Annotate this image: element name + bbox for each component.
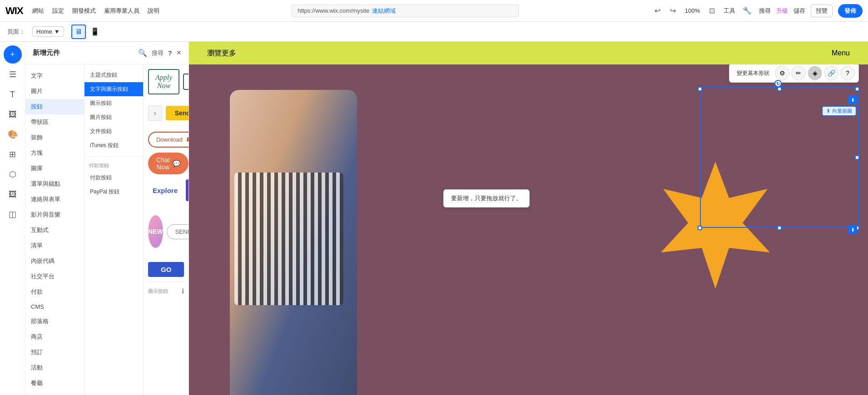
- mobile-view-button[interactable]: 📱: [88, 25, 102, 39]
- nav-settings[interactable]: 設定: [52, 7, 64, 15]
- category-video-music[interactable]: 影片與音樂: [25, 207, 84, 222]
- subcategory-payment[interactable]: 付款按鈕: [84, 171, 143, 185]
- undo-button[interactable]: ↩: [651, 5, 664, 17]
- category-payment[interactable]: 付款: [25, 284, 84, 300]
- subcategory-image[interactable]: 圖片按鈕: [84, 110, 143, 124]
- sidebar-layers-icon[interactable]: ◫: [4, 205, 22, 223]
- tools-button[interactable]: 工具: [724, 7, 735, 15]
- explore-button[interactable]: Explore: [148, 183, 182, 198]
- desktop-view-button[interactable]: 🖥: [71, 25, 86, 39]
- category-gallery[interactable]: 圖庫: [25, 161, 84, 176]
- apply-now-button[interactable]: Apply Now: [148, 69, 179, 94]
- subcategory-paypal[interactable]: PayPal 按鈕: [84, 185, 143, 199]
- resize-handle-bl[interactable]: [698, 226, 702, 230]
- say-hello-button[interactable]: Say Hello: [186, 179, 188, 201]
- publish-button[interactable]: 發佈: [838, 4, 863, 18]
- download-button[interactable]: Download ⬇: [148, 132, 188, 148]
- search-button[interactable]: 搜尋: [759, 7, 771, 15]
- browse-more-text: 瀏覽更多: [207, 49, 236, 58]
- download-arrow-icon: ⬇: [185, 136, 188, 143]
- add-panel-search-icon[interactable]: 🔍: [138, 49, 147, 57]
- toolbar-edit-button[interactable]: ✏: [791, 66, 806, 80]
- category-social[interactable]: 社交平台: [25, 269, 84, 284]
- resize-handle-tl[interactable]: [855, 87, 859, 91]
- category-events[interactable]: 活動: [25, 360, 84, 375]
- category-store[interactable]: 商店: [25, 329, 84, 345]
- toolbar-settings-button[interactable]: ⚙: [775, 66, 789, 80]
- url-link[interactable]: 連結網域: [372, 7, 396, 15]
- toolbar-link-button[interactable]: 🔗: [824, 66, 838, 80]
- add-panel-search-label[interactable]: 搜尋: [152, 49, 164, 57]
- nav-website[interactable]: 網站: [32, 7, 44, 15]
- resize-handle-tm[interactable]: [777, 87, 782, 91]
- chevron-down-icon: ▼: [54, 28, 60, 35]
- category-blog[interactable]: 部落格: [25, 314, 84, 329]
- chat-now-button[interactable]: Chat Now 💬: [148, 153, 188, 174]
- zoom-icon: ⊡: [705, 5, 718, 17]
- category-embed[interactable]: 內嵌代碼: [25, 253, 84, 269]
- save-button[interactable]: 儲存: [794, 7, 805, 15]
- subcategory-document[interactable]: 文件按鈕: [84, 124, 143, 138]
- category-box[interactable]: 方塊: [25, 145, 84, 161]
- send-yellow-button[interactable]: Send: [166, 106, 188, 120]
- subcategory-text-icon[interactable]: 文字與圖示按鈕: [84, 82, 143, 96]
- category-cms[interactable]: CMS: [25, 300, 84, 314]
- sidebar-grid-icon[interactable]: ⊞: [4, 145, 22, 163]
- subcategory-theme[interactable]: 主題式按鈕: [84, 68, 143, 82]
- drag-drop-tooltip: 要新增，只要拖放就行了。: [443, 189, 530, 207]
- info-icon[interactable]: ℹ: [182, 287, 184, 295]
- sidebar-apps-icon[interactable]: ⬡: [4, 165, 22, 183]
- subcategory-itunes[interactable]: iTunes 按鈕: [84, 138, 143, 153]
- category-interactive[interactable]: 互動式: [25, 222, 84, 238]
- category-decoration[interactable]: 裝飾: [25, 130, 84, 145]
- resize-handle-mr[interactable]: [855, 155, 859, 160]
- category-list[interactable]: 清單: [25, 238, 84, 253]
- tooltip-text: 要新增，只要拖放就行了。: [451, 195, 522, 202]
- canvas-top-bar: 瀏覽更多 Menu: [189, 42, 868, 64]
- nav-dev-mode[interactable]: 開發模式: [72, 7, 96, 15]
- sidebar-media-icon[interactable]: 🖼: [4, 185, 22, 203]
- upload-icon: ⬆: [826, 108, 830, 114]
- main-layout: + ☰ T 🖼 🎨 ⊞ ⬡ 🖼 ◫ 新增元件 🔍 搜尋 ? × 文字 圖片 按鈕: [0, 42, 868, 395]
- nav-hire[interactable]: 雇用專業人員: [104, 7, 139, 15]
- resize-handle-bm[interactable]: [777, 226, 782, 230]
- preview-button[interactable]: 預覽: [811, 5, 833, 17]
- arrow-button[interactable]: ›: [148, 105, 162, 121]
- svg-marker-0: [661, 162, 770, 289]
- featured-button[interactable]: Featured: [183, 74, 188, 90]
- top-bar-right: ↩ ↪ 100% ⊡ 工具 🔧 搜尋 升級 儲存 預覽 發佈: [651, 4, 863, 18]
- button-gallery: Apply Now Featured › Send BACK TO TOP Do…: [144, 64, 188, 395]
- canvas-area: 瀏覽更多 Menu 區段：Welcome: [189, 42, 868, 395]
- toolbar-animation-button[interactable]: ◈: [808, 66, 822, 80]
- add-panel-help-button[interactable]: ?: [168, 49, 172, 57]
- category-menu-anchor[interactable]: 選單與錨點: [25, 176, 84, 192]
- download-corner-icon[interactable]: ⬇: [848, 95, 857, 104]
- star-shape-svg[interactable]: [638, 153, 793, 307]
- sidebar-pages-icon[interactable]: ☰: [4, 65, 22, 84]
- subcategory-icon-only[interactable]: 圖示按鈕: [84, 96, 143, 110]
- rotate-handle[interactable]: ↻: [774, 80, 782, 87]
- add-panel-close-button[interactable]: ×: [176, 48, 181, 58]
- sidebar-text-icon[interactable]: T: [4, 85, 22, 104]
- go-button[interactable]: GO: [148, 262, 184, 277]
- category-restaurant[interactable]: 餐廳: [25, 375, 84, 391]
- resize-handle-tr[interactable]: [698, 87, 702, 91]
- download-corner-icon-bottom[interactable]: ⬇: [848, 225, 857, 234]
- sidebar-image-icon[interactable]: 🖼: [4, 105, 22, 123]
- toolbar-help-button[interactable]: ?: [840, 66, 855, 80]
- category-booking[interactable]: 預訂: [25, 345, 84, 360]
- redo-button[interactable]: ↪: [667, 5, 680, 17]
- category-contact-form[interactable]: 連絡與表單: [25, 192, 84, 207]
- add-element-button[interactable]: +: [4, 45, 22, 64]
- new-circle-button[interactable]: NEW: [148, 215, 163, 248]
- send-outline-button[interactable]: SEND: [167, 224, 188, 239]
- category-button[interactable]: 按鈕: [25, 99, 84, 114]
- nav-help[interactable]: 說明: [148, 7, 159, 15]
- category-text[interactable]: 文字: [25, 68, 84, 84]
- page-selector[interactable]: Home ▼: [32, 26, 64, 37]
- url-bar[interactable]: https://www.wix.com/mysite 連結網域: [292, 5, 519, 17]
- category-image[interactable]: 圖片: [25, 84, 84, 99]
- category-strip[interactable]: 帶狀區: [25, 114, 84, 130]
- sidebar-paint-icon[interactable]: 🎨: [4, 125, 22, 143]
- upgrade-button[interactable]: 升級: [776, 7, 788, 15]
